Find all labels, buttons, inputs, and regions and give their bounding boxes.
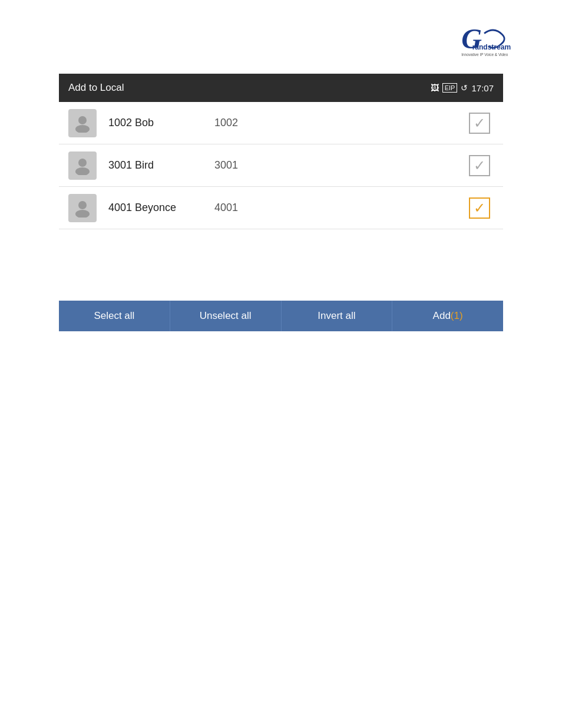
contact-list: 1002 Bob 1002 ✓ 3001 Bird 3001 ✓ [59, 102, 503, 229]
checkmark-icon: ✓ [474, 201, 485, 215]
contact-number: 4001 [214, 202, 465, 214]
avatar [68, 194, 97, 222]
contact-item[interactable]: 4001 Beyonce 4001 ✓ [59, 187, 503, 229]
svg-text:Innovative IP Voice & Video: Innovative IP Voice & Video [461, 52, 508, 57]
contact-number: 1002 [214, 117, 465, 129]
contact-checkbox[interactable]: ✓ [465, 194, 494, 222]
svg-point-6 [75, 167, 90, 175]
contact-number: 3001 [214, 159, 465, 172]
status-time: 17:07 [471, 83, 494, 93]
contact-name: 4001 Beyonce [108, 202, 214, 214]
header-bar: Add to Local 🖼 EIP ↺ 17:07 [59, 74, 503, 102]
checkmark-icon: ✓ [474, 116, 485, 130]
avatar [68, 109, 97, 137]
svg-point-4 [75, 125, 90, 133]
svg-point-7 [78, 201, 87, 209]
svg-text:randstream: randstream [472, 43, 511, 51]
contact-item[interactable]: 3001 Bird 3001 ✓ [59, 144, 503, 187]
refresh-status-icon: ↺ [461, 83, 468, 93]
contact-checkbox[interactable]: ✓ [465, 151, 494, 180]
contact-name: 1002 Bob [108, 117, 214, 129]
contact-item[interactable]: 1002 Bob 1002 ✓ [59, 102, 503, 144]
svg-point-3 [78, 116, 87, 124]
image-status-icon: 🖼 [431, 83, 439, 93]
contact-name: 3001 Bird [108, 159, 214, 172]
contact-checkbox[interactable]: ✓ [465, 109, 494, 137]
avatar [68, 151, 97, 180]
svg-point-8 [75, 210, 90, 218]
header-status: 🖼 EIP ↺ 17:07 [431, 83, 494, 93]
invert-all-button[interactable]: Invert all [282, 301, 393, 331]
header-title: Add to Local [68, 82, 124, 94]
add-button[interactable]: Add(1) [392, 301, 503, 331]
select-all-button[interactable]: Select all [59, 301, 170, 331]
unselect-all-button[interactable]: Unselect all [170, 301, 282, 331]
action-bar: Select all Unselect all Invert all Add(1… [59, 301, 503, 331]
svg-point-5 [78, 159, 87, 167]
checkmark-icon: ✓ [474, 159, 485, 173]
eip-status-icon: EIP [442, 83, 458, 93]
logo-area: G randstream Innovative IP Voice & Video [456, 24, 527, 59]
